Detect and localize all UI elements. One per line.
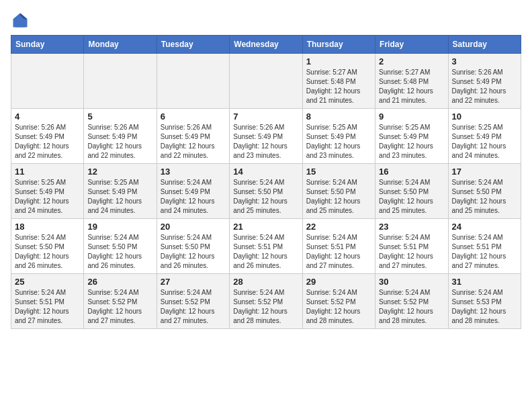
calendar-cell: 15Sunrise: 5:24 AM Sunset: 5:50 PM Dayli… [302, 164, 375, 219]
calendar-cell: 7Sunrise: 5:26 AM Sunset: 5:49 PM Daylig… [230, 109, 302, 164]
calendar-week-row: 1Sunrise: 5:27 AM Sunset: 5:48 PM Daylig… [11, 54, 521, 109]
day-info: Sunrise: 5:25 AM Sunset: 5:49 PM Dayligh… [15, 178, 80, 216]
calendar-cell: 20Sunrise: 5:24 AM Sunset: 5:50 PM Dayli… [157, 219, 229, 274]
day-number: 4 [15, 111, 80, 122]
day-number: 10 [452, 111, 517, 122]
calendar-cell: 13Sunrise: 5:24 AM Sunset: 5:49 PM Dayli… [157, 164, 229, 219]
day-number: 2 [379, 56, 444, 66]
day-info: Sunrise: 5:27 AM Sunset: 5:48 PM Dayligh… [379, 68, 444, 105]
day-info: Sunrise: 5:24 AM Sunset: 5:49 PM Dayligh… [161, 178, 226, 216]
calendar-header: SundayMondayTuesdayWednesdayThursdayFrid… [11, 36, 521, 54]
calendar-cell [157, 54, 229, 109]
day-number: 30 [379, 277, 444, 287]
calendar-cell: 2Sunrise: 5:27 AM Sunset: 5:48 PM Daylig… [375, 54, 448, 109]
day-number: 23 [379, 222, 444, 232]
calendar-cell: 24Sunrise: 5:24 AM Sunset: 5:51 PM Dayli… [448, 219, 521, 274]
day-number: 27 [161, 277, 226, 287]
day-info: Sunrise: 5:24 AM Sunset: 5:50 PM Dayligh… [15, 233, 80, 271]
calendar-cell: 1Sunrise: 5:27 AM Sunset: 5:48 PM Daylig… [302, 54, 375, 109]
day-number: 16 [379, 167, 444, 177]
calendar-cell: 12Sunrise: 5:25 AM Sunset: 5:49 PM Dayli… [84, 164, 157, 219]
calendar-cell: 31Sunrise: 5:24 AM Sunset: 5:53 PM Dayli… [448, 274, 521, 329]
day-info: Sunrise: 5:24 AM Sunset: 5:50 PM Dayligh… [306, 178, 371, 216]
day-info: Sunrise: 5:27 AM Sunset: 5:48 PM Dayligh… [306, 68, 371, 105]
day-info: Sunrise: 5:24 AM Sunset: 5:52 PM Dayligh… [233, 288, 298, 326]
calendar-cell: 19Sunrise: 5:24 AM Sunset: 5:50 PM Dayli… [84, 219, 157, 274]
day-info: Sunrise: 5:25 AM Sunset: 5:49 PM Dayligh… [306, 123, 371, 161]
logo [11, 11, 30, 30]
calendar-cell [11, 54, 84, 109]
day-info: Sunrise: 5:26 AM Sunset: 5:49 PM Dayligh… [452, 68, 517, 105]
day-info: Sunrise: 5:24 AM Sunset: 5:52 PM Dayligh… [306, 288, 371, 326]
day-info: Sunrise: 5:26 AM Sunset: 5:49 PM Dayligh… [161, 123, 226, 161]
calendar-cell: 26Sunrise: 5:24 AM Sunset: 5:52 PM Dayli… [84, 274, 157, 329]
calendar-week-row: 4Sunrise: 5:26 AM Sunset: 5:49 PM Daylig… [11, 109, 521, 164]
calendar-cell: 23Sunrise: 5:24 AM Sunset: 5:51 PM Dayli… [375, 219, 448, 274]
day-number: 11 [15, 167, 80, 177]
day-info: Sunrise: 5:24 AM Sunset: 5:52 PM Dayligh… [161, 288, 226, 326]
day-info: Sunrise: 5:24 AM Sunset: 5:50 PM Dayligh… [379, 178, 444, 216]
calendar-cell: 27Sunrise: 5:24 AM Sunset: 5:52 PM Dayli… [157, 274, 229, 329]
day-info: Sunrise: 5:24 AM Sunset: 5:51 PM Dayligh… [233, 233, 298, 271]
calendar-cell [230, 54, 302, 109]
calendar-cell: 22Sunrise: 5:24 AM Sunset: 5:51 PM Dayli… [302, 219, 375, 274]
calendar-cell: 8Sunrise: 5:25 AM Sunset: 5:49 PM Daylig… [302, 109, 375, 164]
day-info: Sunrise: 5:24 AM Sunset: 5:50 PM Dayligh… [452, 178, 517, 216]
calendar-cell: 29Sunrise: 5:24 AM Sunset: 5:52 PM Dayli… [302, 274, 375, 329]
calendar-cell: 30Sunrise: 5:24 AM Sunset: 5:52 PM Dayli… [375, 274, 448, 329]
calendar-week-row: 11Sunrise: 5:25 AM Sunset: 5:49 PM Dayli… [11, 164, 521, 219]
calendar-cell: 18Sunrise: 5:24 AM Sunset: 5:50 PM Dayli… [11, 219, 84, 274]
day-number: 26 [87, 277, 152, 287]
svg-rect-2 [15, 21, 25, 28]
day-info: Sunrise: 5:24 AM Sunset: 5:53 PM Dayligh… [452, 288, 517, 326]
day-number: 8 [306, 111, 371, 122]
weekday-header: Sunday [11, 36, 84, 54]
weekday-header: Saturday [448, 36, 521, 54]
day-number: 5 [87, 111, 152, 122]
day-number: 13 [161, 167, 226, 177]
weekday-header: Wednesday [230, 36, 302, 54]
day-number: 21 [233, 222, 298, 232]
weekday-header: Monday [84, 36, 157, 54]
day-info: Sunrise: 5:25 AM Sunset: 5:49 PM Dayligh… [379, 123, 444, 161]
weekday-header: Thursday [302, 36, 375, 54]
logo-icon [11, 11, 30, 30]
day-info: Sunrise: 5:24 AM Sunset: 5:51 PM Dayligh… [379, 233, 444, 271]
day-info: Sunrise: 5:24 AM Sunset: 5:50 PM Dayligh… [233, 178, 298, 216]
day-info: Sunrise: 5:25 AM Sunset: 5:49 PM Dayligh… [87, 178, 152, 216]
day-info: Sunrise: 5:26 AM Sunset: 5:49 PM Dayligh… [87, 123, 152, 161]
day-number: 18 [15, 222, 80, 232]
day-number: 12 [87, 167, 152, 177]
day-number: 17 [452, 167, 517, 177]
calendar-cell: 4Sunrise: 5:26 AM Sunset: 5:49 PM Daylig… [11, 109, 84, 164]
calendar-cell: 9Sunrise: 5:25 AM Sunset: 5:49 PM Daylig… [375, 109, 448, 164]
calendar-cell: 14Sunrise: 5:24 AM Sunset: 5:50 PM Dayli… [230, 164, 302, 219]
calendar-cell: 6Sunrise: 5:26 AM Sunset: 5:49 PM Daylig… [157, 109, 229, 164]
day-number: 22 [306, 222, 371, 232]
weekday-header: Friday [375, 36, 448, 54]
day-number: 29 [306, 277, 371, 287]
day-info: Sunrise: 5:24 AM Sunset: 5:51 PM Dayligh… [452, 233, 517, 271]
calendar-cell: 25Sunrise: 5:24 AM Sunset: 5:51 PM Dayli… [11, 274, 84, 329]
day-info: Sunrise: 5:24 AM Sunset: 5:50 PM Dayligh… [87, 233, 152, 271]
day-number: 24 [452, 222, 517, 232]
day-number: 6 [161, 111, 226, 122]
calendar-cell: 21Sunrise: 5:24 AM Sunset: 5:51 PM Dayli… [230, 219, 302, 274]
calendar-cell: 11Sunrise: 5:25 AM Sunset: 5:49 PM Dayli… [11, 164, 84, 219]
day-number: 31 [452, 277, 517, 287]
day-number: 7 [233, 111, 298, 122]
calendar-cell: 3Sunrise: 5:26 AM Sunset: 5:49 PM Daylig… [448, 54, 521, 109]
day-info: Sunrise: 5:25 AM Sunset: 5:49 PM Dayligh… [452, 123, 517, 161]
day-number: 15 [306, 167, 371, 177]
calendar-week-row: 25Sunrise: 5:24 AM Sunset: 5:51 PM Dayli… [11, 274, 521, 329]
calendar-cell [84, 54, 157, 109]
day-number: 25 [15, 277, 80, 287]
weekday-header: Tuesday [157, 36, 229, 54]
day-info: Sunrise: 5:24 AM Sunset: 5:50 PM Dayligh… [161, 233, 226, 271]
day-number: 28 [233, 277, 298, 287]
calendar-week-row: 18Sunrise: 5:24 AM Sunset: 5:50 PM Dayli… [11, 219, 521, 274]
day-info: Sunrise: 5:24 AM Sunset: 5:51 PM Dayligh… [306, 233, 371, 271]
calendar-cell: 28Sunrise: 5:24 AM Sunset: 5:52 PM Dayli… [230, 274, 302, 329]
header [11, 11, 521, 30]
day-number: 20 [161, 222, 226, 232]
